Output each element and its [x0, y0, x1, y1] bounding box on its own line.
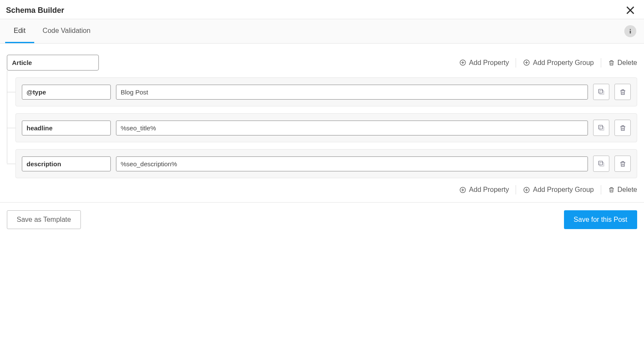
delete-label: Delete [617, 59, 637, 67]
duplicate-icon [597, 160, 605, 168]
top-actions: Add Property Add Property Group Delete [459, 58, 637, 68]
add-property-group-label: Add Property Group [533, 59, 594, 67]
duplicate-icon [597, 124, 605, 132]
page-title: Schema Builder [6, 6, 64, 15]
close-button[interactable] [624, 4, 636, 16]
tabs-bar: Edit Code Validation [0, 19, 644, 44]
svg-rect-17 [600, 127, 604, 130]
save-post-button[interactable]: Save for this Post [564, 210, 637, 229]
duplicate-icon [597, 88, 605, 96]
duplicate-property-button[interactable] [593, 120, 609, 136]
bottom-actions: Add Property Add Property Group Delete [7, 185, 637, 194]
properties-list [7, 77, 637, 178]
property-row [15, 149, 637, 178]
separator [601, 185, 601, 194]
add-property-label: Add Property [469, 186, 509, 194]
tab-code-validation[interactable]: Code Validation [34, 19, 99, 43]
add-property-label: Add Property [469, 59, 509, 67]
separator [601, 58, 601, 68]
duplicate-property-button[interactable] [593, 156, 609, 172]
svg-rect-3 [630, 31, 631, 34]
separator [516, 185, 516, 194]
trash-icon [619, 124, 626, 132]
delete-property-button[interactable] [614, 120, 631, 136]
info-icon [627, 28, 634, 35]
add-property-button-top[interactable]: Add Property [459, 59, 509, 67]
plus-circle-icon [459, 59, 466, 66]
delete-schema-button-top[interactable]: Delete [608, 59, 637, 67]
close-icon [625, 5, 635, 15]
svg-rect-13 [600, 91, 604, 94]
svg-point-2 [630, 29, 631, 30]
add-property-group-button-bottom[interactable]: Add Property Group [523, 186, 594, 194]
delete-property-button[interactable] [614, 84, 631, 100]
svg-rect-21 [600, 162, 604, 166]
plus-circle-icon [523, 186, 530, 194]
add-property-group-label: Add Property Group [533, 186, 594, 194]
trash-icon [608, 59, 615, 66]
plus-circle-icon [459, 186, 466, 194]
property-value-input[interactable] [116, 121, 588, 135]
trash-icon [608, 186, 615, 193]
property-key-input[interactable] [22, 156, 111, 171]
builder-area: Add Property Add Property Group Delete [0, 44, 644, 203]
property-key-input[interactable] [22, 85, 111, 100]
property-key-input[interactable] [22, 121, 111, 135]
info-button[interactable] [624, 25, 636, 37]
schema-head: Add Property Add Property Group Delete [7, 55, 637, 71]
delete-schema-button-bottom[interactable]: Delete [608, 186, 637, 194]
tabs: Edit Code Validation [5, 19, 99, 43]
delete-label: Delete [617, 186, 637, 194]
property-value-input[interactable] [116, 85, 588, 100]
separator [516, 58, 516, 68]
svg-rect-20 [599, 161, 602, 165]
property-row [15, 77, 637, 106]
root-type-input[interactable] [7, 55, 99, 71]
trash-icon [619, 160, 626, 168]
delete-property-button[interactable] [614, 156, 631, 172]
add-property-button-bottom[interactable]: Add Property [459, 186, 509, 194]
svg-rect-12 [599, 89, 602, 93]
footer: Save as Template Save for this Post [0, 203, 644, 237]
plus-circle-icon [523, 59, 530, 66]
svg-rect-16 [599, 125, 602, 129]
duplicate-property-button[interactable] [593, 84, 609, 100]
property-row [15, 113, 637, 142]
header: Schema Builder [0, 0, 644, 19]
add-property-group-button-top[interactable]: Add Property Group [523, 59, 594, 67]
trash-icon [619, 88, 626, 96]
tab-edit[interactable]: Edit [5, 19, 34, 43]
save-template-button[interactable]: Save as Template [7, 210, 81, 229]
property-value-input[interactable] [116, 156, 588, 171]
